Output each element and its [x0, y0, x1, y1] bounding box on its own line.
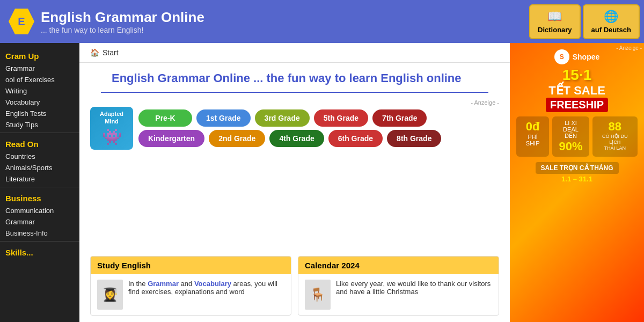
tet-number: 15·1 — [562, 67, 592, 84]
site-subtitle: ... the fun way to learn English! — [41, 26, 204, 34]
phi-ship-box: 0đ PHÍ SHIP — [516, 116, 549, 157]
grade-pre-k[interactable]: Pre-K — [138, 109, 192, 127]
shopee-name: Shopee — [573, 53, 600, 61]
calendar-image: 🪑 — [305, 280, 331, 310]
sidebar-item-countries[interactable]: Countries — [0, 151, 79, 162]
stats-row: 0đ PHÍ SHIP LI XI DEAL ĐẾN 90% 88 CÓ HỘI… — [516, 116, 638, 157]
grade-4th[interactable]: 4th Grade — [269, 130, 324, 147]
deal-sub-label: DEAL ĐẾN — [557, 126, 584, 140]
sidebar-item-grammar[interactable]: Grammar — [0, 63, 79, 74]
sidebar-item-vocabulary[interactable]: Vocabulary — [0, 97, 79, 108]
grade-kindergarten[interactable]: Kindergarten — [138, 130, 204, 147]
grade-2nd[interactable]: 2nd Grade — [209, 130, 265, 147]
sidebar-item-animals-sports[interactable]: Animals/Sports — [0, 162, 79, 173]
phi-ship-label: PHÍ SHIP — [521, 134, 545, 147]
adapted-mind-text: AdaptedMind — [100, 111, 123, 125]
site-title: English Grammar Online — [41, 9, 204, 26]
home-icon: 🏠 — [90, 48, 99, 57]
grade-1st[interactable]: 1st Grade — [196, 109, 251, 127]
breadcrumb: 🏠 Start — [79, 43, 510, 63]
ad-banner: - Anzeige - AdaptedMind 👾 Pre-K 1st Grad… — [90, 99, 499, 150]
logo-area: E English Grammar Online ... the fun way… — [9, 9, 204, 34]
calendar-header: Calendar 2024 — [298, 257, 499, 274]
study-english-body: 👩‍🎓 In the Grammar and Vocabulary areas,… — [91, 274, 291, 315]
anzeige-label: - Anzeige - — [616, 45, 642, 51]
grade-6th[interactable]: 6th Grade — [328, 130, 383, 147]
zero-ship: 0đ — [521, 120, 545, 134]
grade-buttons-area: AdaptedMind 👾 Pre-K 1st Grade 3rd Grade … — [90, 107, 499, 150]
page-title-container: English Grammar Online ... the fun way t… — [79, 63, 510, 93]
study-english-text: In the Grammar and Vocabulary areas, you… — [128, 280, 284, 310]
sidebar-section-cram-up: Cram Up — [0, 47, 79, 63]
deutsch-button[interactable]: 🌐 auf Deutsch — [583, 4, 640, 39]
free-ship-text: FREESHIP — [546, 98, 608, 112]
logo-icon: E — [9, 9, 34, 34]
grammar-link[interactable]: Grammar — [148, 280, 179, 288]
deal-box: LI XI DEAL ĐẾN 90% — [552, 116, 589, 157]
sidebar-item-literature[interactable]: Literature — [0, 173, 79, 185]
site-header: E English Grammar Online ... the fun way… — [0, 0, 644, 43]
bottom-cards: Study English 👩‍🎓 In the Grammar and Voc… — [79, 250, 510, 322]
grade-row-1: Pre-K 1st Grade 3rd Grade 5th Grade 7th … — [138, 109, 441, 127]
deutsch-icon: 🌐 — [604, 10, 618, 24]
sidebar-section-business: Business — [0, 189, 79, 205]
deal-label: LI XI — [557, 120, 584, 126]
sale-tron-label: SALE TRỌN CẢ THÁNG — [536, 162, 619, 174]
sidebar: Cram Up Grammar ool of Exercises Writing… — [0, 43, 79, 322]
main-layout: Cram Up Grammar ool of Exercises Writing… — [0, 43, 644, 322]
adapted-mind-monster: 👾 — [102, 127, 122, 146]
grade-row-2: Kindergarten 2nd Grade 4th Grade 6th Gra… — [138, 130, 441, 147]
sidebar-item-exercises[interactable]: ool of Exercises — [0, 74, 79, 85]
dictionary-icon: 📖 — [547, 10, 562, 24]
grade-buttons-grid: Pre-K 1st Grade 3rd Grade 5th Grade 7th … — [138, 109, 441, 147]
dictionary-button[interactable]: 📖 Dictionary — [529, 4, 581, 39]
study-english-header: Study English — [91, 257, 291, 274]
grade-5th[interactable]: 5th Grade — [314, 109, 368, 127]
num88-value: 88 — [597, 120, 633, 134]
ad-label: - Anzeige - — [90, 99, 499, 106]
study-english-card: Study English 👩‍🎓 In the Grammar and Voc… — [90, 256, 291, 316]
shopee-ad[interactable]: - Anzeige - S Shopee 15·1 TẾT SALE FREES… — [510, 43, 644, 322]
sidebar-item-writing[interactable]: Writing — [0, 85, 79, 97]
sidebar-item-study-tips[interactable]: Study Tips — [0, 119, 79, 130]
num88-box: 88 CÓ HỘI DU LỊCHTHÁI LAN — [592, 116, 638, 157]
calendar-text: Like every year, we would like to thank … — [336, 280, 492, 310]
num88-sub: CÓ HỘI DU LỊCHTHÁI LAN — [597, 134, 633, 151]
sidebar-item-english-tests[interactable]: English Tests — [0, 108, 79, 119]
ad-sidebar: - Anzeige - S Shopee 15·1 TẾT SALE FREES… — [510, 43, 644, 322]
calendar-card: Calendar 2024 🪑 Like every year, we woul… — [298, 256, 499, 316]
sidebar-item-communication[interactable]: Communication — [0, 205, 79, 216]
breadcrumb-text: Start — [103, 48, 119, 57]
sidebar-section-read-on: Read On — [0, 135, 79, 151]
page-title: English Grammar Online ... the fun way t… — [101, 63, 488, 93]
header-buttons: 📖 Dictionary 🌐 auf Deutsch — [529, 0, 644, 43]
grade-3rd[interactable]: 3rd Grade — [255, 109, 310, 127]
percent-label: 90% — [557, 140, 584, 153]
calendar-body: 🪑 Like every year, we would like to than… — [298, 274, 499, 315]
study-english-image: 👩‍🎓 — [97, 280, 123, 310]
dictionary-label: Dictionary — [538, 26, 572, 34]
adapted-mind-logo[interactable]: AdaptedMind 👾 — [90, 107, 133, 150]
sidebar-section-skills: Skills... — [0, 244, 79, 259]
grade-7th[interactable]: 7th Grade — [372, 109, 427, 127]
shopee-logo-icon: S — [554, 49, 569, 64]
vocabulary-link[interactable]: Vocabulary — [194, 280, 231, 288]
grade-8th[interactable]: 8th Grade — [387, 130, 441, 147]
sale-dates: 1.1 – 31.1 — [561, 175, 592, 183]
content-area: 🏠 Start English Grammar Online ... the f… — [79, 43, 510, 322]
tet-sale-text: TẾT SALE — [548, 84, 605, 98]
deutsch-label: auf Deutsch — [591, 26, 631, 34]
site-title-area: English Grammar Online ... the fun way t… — [41, 9, 204, 34]
sidebar-item-business-info[interactable]: Business-Info — [0, 228, 79, 239]
sidebar-item-business-grammar[interactable]: Grammar — [0, 216, 79, 228]
shopee-header: S Shopee — [554, 49, 600, 64]
